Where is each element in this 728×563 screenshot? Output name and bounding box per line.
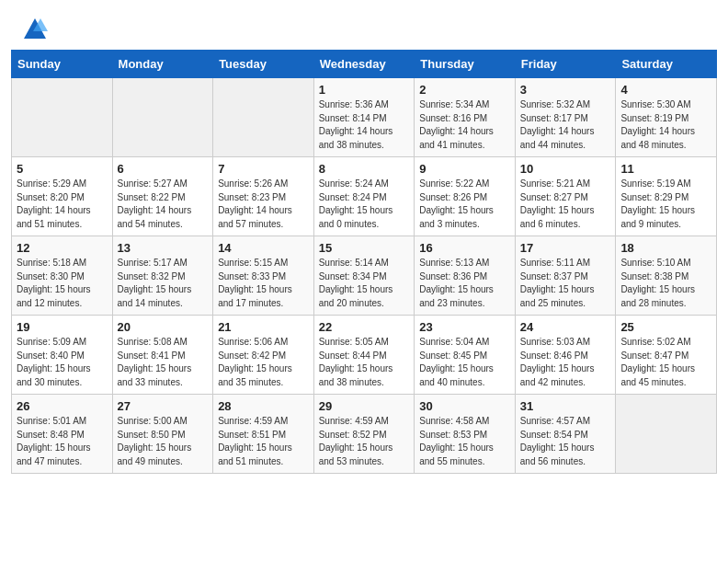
day-info: Sunrise: 5:03 AM Sunset: 8:46 PM Dayligh… [520, 336, 611, 389]
day-number: 29 [319, 399, 410, 413]
day-number: 28 [218, 399, 309, 413]
day-number: 18 [620, 241, 711, 255]
calendar-cell [616, 395, 717, 474]
calendar-cell: 15Sunrise: 5:14 AM Sunset: 8:34 PM Dayli… [313, 236, 415, 316]
calendar-cell: 10Sunrise: 5:21 AM Sunset: 8:27 PM Dayli… [515, 157, 616, 236]
day-info: Sunrise: 5:27 AM Sunset: 8:22 PM Dayligh… [118, 178, 209, 231]
calendar-cell: 8Sunrise: 5:24 AM Sunset: 8:24 PM Daylig… [313, 157, 415, 236]
calendar-cell: 24Sunrise: 5:03 AM Sunset: 8:46 PM Dayli… [515, 316, 616, 395]
calendar-cell: 6Sunrise: 5:27 AM Sunset: 8:22 PM Daylig… [112, 157, 213, 236]
calendar-row-2: 12Sunrise: 5:18 AM Sunset: 8:30 PM Dayli… [12, 236, 717, 316]
calendar-cell: 20Sunrise: 5:08 AM Sunset: 8:41 PM Dayli… [112, 316, 213, 395]
day-number: 8 [319, 162, 410, 176]
calendar-cell: 1Sunrise: 5:36 AM Sunset: 8:14 PM Daylig… [313, 78, 415, 157]
day-number: 27 [118, 399, 209, 413]
calendar-cell: 23Sunrise: 5:04 AM Sunset: 8:45 PM Dayli… [415, 316, 516, 395]
header [0, 0, 728, 50]
calendar-cell: 28Sunrise: 4:59 AM Sunset: 8:51 PM Dayli… [213, 395, 314, 474]
calendar-row-0: 1Sunrise: 5:36 AM Sunset: 8:14 PM Daylig… [12, 78, 717, 157]
day-info: Sunrise: 5:02 AM Sunset: 8:47 PM Dayligh… [620, 336, 711, 389]
calendar-cell [12, 78, 113, 157]
day-number: 21 [218, 320, 309, 334]
day-number: 15 [319, 241, 410, 255]
calendar-cell: 14Sunrise: 5:15 AM Sunset: 8:33 PM Dayli… [213, 236, 314, 316]
day-number: 9 [419, 162, 510, 176]
day-info: Sunrise: 5:26 AM Sunset: 8:23 PM Dayligh… [218, 178, 309, 231]
calendar-cell: 30Sunrise: 4:58 AM Sunset: 8:53 PM Dayli… [415, 395, 516, 474]
day-number: 17 [520, 241, 611, 255]
day-number: 7 [218, 162, 309, 176]
day-number: 30 [419, 399, 510, 413]
day-info: Sunrise: 5:21 AM Sunset: 8:27 PM Dayligh… [520, 178, 611, 231]
day-number: 4 [620, 83, 711, 97]
col-header-monday: Monday [112, 51, 213, 78]
calendar-cell [112, 78, 213, 157]
calendar-cell: 19Sunrise: 5:09 AM Sunset: 8:40 PM Dayli… [12, 316, 113, 395]
day-number: 22 [319, 320, 410, 334]
day-info: Sunrise: 5:04 AM Sunset: 8:45 PM Dayligh… [419, 336, 510, 389]
day-info: Sunrise: 5:14 AM Sunset: 8:34 PM Dayligh… [319, 257, 410, 310]
day-number: 23 [419, 320, 510, 334]
calendar-row-4: 26Sunrise: 5:01 AM Sunset: 8:48 PM Dayli… [12, 395, 717, 474]
day-info: Sunrise: 5:11 AM Sunset: 8:37 PM Dayligh… [520, 257, 611, 310]
calendar-row-1: 5Sunrise: 5:29 AM Sunset: 8:20 PM Daylig… [12, 157, 717, 236]
calendar-cell: 3Sunrise: 5:32 AM Sunset: 8:17 PM Daylig… [515, 78, 616, 157]
day-info: Sunrise: 5:22 AM Sunset: 8:26 PM Dayligh… [419, 178, 510, 231]
col-header-wednesday: Wednesday [313, 51, 415, 78]
day-info: Sunrise: 5:15 AM Sunset: 8:33 PM Dayligh… [218, 257, 309, 310]
calendar-cell: 21Sunrise: 5:06 AM Sunset: 8:42 PM Dayli… [213, 316, 314, 395]
day-number: 19 [17, 320, 108, 334]
day-number: 1 [319, 83, 410, 97]
calendar-header: SundayMondayTuesdayWednesdayThursdayFrid… [12, 51, 717, 78]
day-number: 12 [17, 241, 108, 255]
day-info: Sunrise: 5:05 AM Sunset: 8:44 PM Dayligh… [319, 336, 410, 389]
calendar-cell: 12Sunrise: 5:18 AM Sunset: 8:30 PM Dayli… [12, 236, 113, 316]
calendar-cell: 11Sunrise: 5:19 AM Sunset: 8:29 PM Dayli… [616, 157, 717, 236]
logo-icon [22, 17, 48, 42]
day-info: Sunrise: 5:08 AM Sunset: 8:41 PM Dayligh… [118, 336, 209, 389]
day-number: 16 [419, 241, 510, 255]
day-number: 26 [17, 399, 108, 413]
day-info: Sunrise: 5:13 AM Sunset: 8:36 PM Dayligh… [419, 257, 510, 310]
calendar-cell: 9Sunrise: 5:22 AM Sunset: 8:26 PM Daylig… [415, 157, 516, 236]
day-info: Sunrise: 5:34 AM Sunset: 8:16 PM Dayligh… [419, 98, 510, 152]
day-info: Sunrise: 4:59 AM Sunset: 8:52 PM Dayligh… [319, 415, 410, 468]
day-number: 6 [118, 162, 209, 176]
calendar-cell: 7Sunrise: 5:26 AM Sunset: 8:23 PM Daylig… [213, 157, 314, 236]
calendar-table: SundayMondayTuesdayWednesdayThursdayFrid… [11, 50, 717, 474]
day-number: 3 [520, 83, 611, 97]
day-info: Sunrise: 5:29 AM Sunset: 8:20 PM Dayligh… [17, 178, 108, 231]
calendar-cell: 13Sunrise: 5:17 AM Sunset: 8:32 PM Dayli… [112, 236, 213, 316]
day-info: Sunrise: 5:19 AM Sunset: 8:29 PM Dayligh… [620, 178, 711, 231]
day-info: Sunrise: 5:06 AM Sunset: 8:42 PM Dayligh… [218, 336, 309, 389]
col-header-thursday: Thursday [415, 51, 516, 78]
col-header-sunday: Sunday [12, 51, 113, 78]
calendar: SundayMondayTuesdayWednesdayThursdayFrid… [0, 50, 728, 563]
day-number: 2 [419, 83, 510, 97]
day-number: 13 [118, 241, 209, 255]
calendar-body: 1Sunrise: 5:36 AM Sunset: 8:14 PM Daylig… [12, 78, 717, 474]
calendar-cell: 27Sunrise: 5:00 AM Sunset: 8:50 PM Dayli… [112, 395, 213, 474]
col-header-saturday: Saturday [616, 51, 717, 78]
calendar-cell: 4Sunrise: 5:30 AM Sunset: 8:19 PM Daylig… [616, 78, 717, 157]
day-info: Sunrise: 5:10 AM Sunset: 8:38 PM Dayligh… [620, 257, 711, 310]
calendar-cell: 2Sunrise: 5:34 AM Sunset: 8:16 PM Daylig… [415, 78, 516, 157]
day-number: 14 [218, 241, 309, 255]
calendar-cell: 31Sunrise: 4:57 AM Sunset: 8:54 PM Dayli… [515, 395, 616, 474]
calendar-cell: 17Sunrise: 5:11 AM Sunset: 8:37 PM Dayli… [515, 236, 616, 316]
day-info: Sunrise: 4:58 AM Sunset: 8:53 PM Dayligh… [419, 415, 510, 468]
day-info: Sunrise: 5:00 AM Sunset: 8:50 PM Dayligh… [118, 415, 209, 468]
day-info: Sunrise: 5:17 AM Sunset: 8:32 PM Dayligh… [118, 257, 209, 310]
calendar-cell [213, 78, 314, 157]
day-number: 31 [520, 399, 611, 413]
day-number: 5 [17, 162, 108, 176]
day-info: Sunrise: 4:59 AM Sunset: 8:51 PM Dayligh… [218, 415, 309, 468]
day-info: Sunrise: 5:01 AM Sunset: 8:48 PM Dayligh… [17, 415, 108, 468]
calendar-cell: 25Sunrise: 5:02 AM Sunset: 8:47 PM Dayli… [616, 316, 717, 395]
calendar-cell: 5Sunrise: 5:29 AM Sunset: 8:20 PM Daylig… [12, 157, 113, 236]
day-number: 10 [520, 162, 611, 176]
day-info: Sunrise: 5:32 AM Sunset: 8:17 PM Dayligh… [520, 98, 611, 152]
day-info: Sunrise: 5:30 AM Sunset: 8:19 PM Dayligh… [620, 98, 711, 152]
calendar-row-3: 19Sunrise: 5:09 AM Sunset: 8:40 PM Dayli… [12, 316, 717, 395]
day-info: Sunrise: 5:36 AM Sunset: 8:14 PM Dayligh… [319, 98, 410, 152]
